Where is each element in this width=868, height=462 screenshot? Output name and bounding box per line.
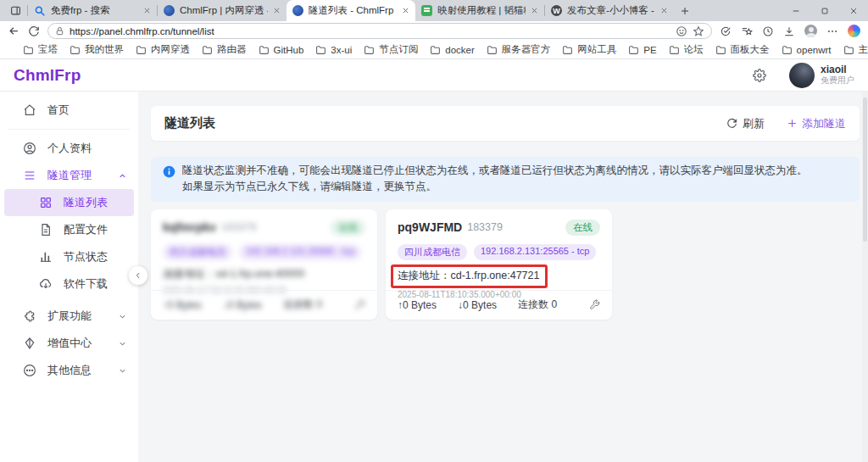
tab-search[interactable]: 免费frp - 搜索 — [28, 0, 157, 21]
browser-essentials-icon[interactable] — [720, 25, 732, 37]
chevron-down-icon — [118, 366, 127, 376]
folder-icon — [782, 45, 793, 55]
title-actions: 刷新 添加隧道 — [726, 116, 846, 131]
status-badge: 在线 — [331, 220, 365, 236]
bookmark-folder[interactable]: 服务器官方 — [481, 43, 557, 56]
bookmark-folder[interactable]: 宝塔 — [17, 43, 64, 56]
node-tag: 四川成都电信 — [398, 244, 467, 260]
feedback-smiley-icon[interactable] — [676, 25, 687, 37]
copilot-icon[interactable] — [848, 25, 860, 37]
tab-docs[interactable]: 映射使用教程 | 韬猫科技 | 文档 — [415, 0, 544, 21]
tab-actions-menu-button[interactable] — [3, 0, 27, 21]
toolbar-right-icons — [720, 25, 860, 37]
user-avatar[interactable] — [789, 63, 815, 88]
minimize-button[interactable] — [782, 0, 810, 21]
sidebar-item-software-download[interactable]: 软件下载 — [0, 270, 138, 298]
sidebar-item-label: 配置文件 — [64, 222, 127, 237]
bookmark-folder[interactable]: 面板大全 — [709, 43, 776, 56]
grid-icon — [39, 196, 53, 209]
bookmark-folder[interactable]: 论坛 — [663, 43, 709, 56]
new-tab-button[interactable] — [674, 0, 696, 21]
bookmark-folder[interactable]: docker — [424, 45, 481, 55]
close-tab-icon[interactable] — [143, 7, 151, 14]
bookmark-folder[interactable]: GitHub — [253, 45, 310, 55]
sidebar-item-profile[interactable]: 个人资料 — [0, 135, 138, 162]
bookmark-folder[interactable]: 路由器 — [196, 43, 253, 56]
notice-line-2: 如果显示为节点已永久下线，请编辑隧道，更换节点。 — [182, 179, 808, 195]
tab-chmlfrp-home[interactable]: ChmlFrp | 内网穿透 - 免费,高速,稳 — [158, 0, 287, 21]
bookmark-folder[interactable]: 主机测评 — [837, 43, 868, 56]
gear-icon[interactable] — [753, 69, 766, 82]
settings-more-icon[interactable] — [826, 25, 838, 37]
add-tunnel-label: 添加隧道 — [802, 116, 846, 131]
bookmark-label: 路由器 — [217, 43, 247, 56]
address-label: 连接地址： — [398, 270, 451, 281]
endpoint-tag: 192.168.2.131:25565 - tcp — [474, 244, 596, 260]
sidebar-item-home[interactable]: 首页 — [0, 97, 138, 124]
page-title: 隧道列表 — [164, 115, 215, 131]
sidebar-item-label: 个人资料 — [47, 141, 127, 156]
refresh-button[interactable] — [28, 25, 40, 37]
tunnel-card-pq9WJFMD[interactable]: pq9WJFMD 183379 在线 四川成都电信 192.168.2.131:… — [386, 209, 612, 320]
profile-avatar-icon[interactable] — [804, 25, 817, 37]
bookmark-folder[interactable]: 网站工具 — [556, 43, 622, 56]
person-icon — [23, 142, 36, 155]
notice-text: 隧道状态监测并不准确，可能会出现隧道已停止但状态为在线，或者隧道已运行但状态为离… — [182, 163, 808, 196]
bookmark-folder[interactable]: openwrt — [776, 45, 837, 55]
favorite-star-icon[interactable] — [693, 25, 704, 37]
downloads-icon[interactable] — [783, 25, 795, 37]
folder-icon — [562, 45, 573, 55]
download-bytes: ↓0 Bytes — [223, 299, 262, 311]
close-tab-icon[interactable] — [273, 7, 281, 14]
sidebar-collapse-button[interactable] — [129, 266, 147, 285]
address-bar[interactable]: https://panel.chmlfrp.cn/tunnel/list — [47, 23, 712, 39]
annotation-highlight-box: 连接地址：cd-1.frp.one:47721 — [391, 264, 548, 288]
close-tab-icon[interactable] — [531, 7, 538, 14]
close-tab-icon[interactable] — [660, 7, 668, 14]
sidebar-item-tunnel-list[interactable]: 隧道列表 — [4, 189, 134, 216]
bookmark-folder[interactable]: 内网穿透 — [130, 43, 196, 56]
sidebar-item-node-status[interactable]: 节点状态 — [0, 243, 138, 270]
tab-tunnel-list-active[interactable]: 隧道列表 - ChmlFrp — [287, 0, 415, 21]
refresh-tunnels-button[interactable]: 刷新 — [726, 116, 765, 131]
wrench-icon[interactable] — [354, 299, 365, 310]
info-icon — [163, 165, 175, 178]
folder-icon — [259, 45, 270, 55]
bookmark-folder[interactable]: 3x-ui — [309, 45, 358, 55]
sidebar-item-other-info[interactable]: 其他信息 — [0, 357, 138, 384]
bookmark-folder[interactable]: 我的世界 — [64, 43, 130, 56]
collections-icon[interactable] — [741, 25, 753, 37]
restore-button[interactable] — [810, 0, 839, 21]
sidebar-item-config-file[interactable]: 配置文件 — [0, 216, 138, 243]
user-info[interactable]: xiaoil 免费用户 — [821, 64, 854, 86]
tab-blog[interactable]: W 发布文章-小小博客 - 记录与学习 — [545, 0, 674, 21]
sidebar-item-tunnel-management[interactable]: 隧道管理 — [0, 162, 138, 189]
bookmark-folder[interactable]: 节点订阅 — [358, 43, 424, 56]
history-icon[interactable] — [762, 25, 774, 37]
endpoint-tag: 192.168.2.131:25565 - tcp — [239, 244, 361, 260]
sidebar-item-value-center[interactable]: 增值中心 — [0, 330, 138, 357]
refresh-label: 刷新 — [743, 116, 765, 131]
home-icon — [23, 103, 36, 117]
notice-line-1: 隧道状态监测并不准确，可能会出现隧道已停止但状态为在线，或者隧道已运行但状态为离… — [182, 163, 808, 179]
more-circle-icon — [23, 364, 36, 377]
chevron-down-icon — [118, 312, 127, 321]
close-tab-icon[interactable] — [402, 7, 409, 14]
tunnel-card-redacted[interactable]: kqfmrpkv 183378 在线 四川成都电信 192.168.2.131:… — [151, 209, 377, 320]
sidebar-item-label: 扩展功能 — [47, 309, 107, 324]
sidebar-item-extensions[interactable]: 扩展功能 — [0, 303, 138, 330]
app-logo[interactable]: ChmlFrp — [14, 66, 81, 85]
wrench-icon[interactable] — [589, 299, 600, 310]
bookmark-folder[interactable]: PE — [622, 45, 662, 55]
scrollbar-thumb[interactable] — [863, 97, 867, 242]
gem-icon — [23, 337, 36, 350]
status-badge: 在线 — [565, 220, 600, 236]
chmlfrp-favicon — [292, 5, 303, 16]
back-button[interactable] — [8, 25, 20, 37]
close-window-button[interactable] — [839, 0, 868, 21]
page-scrollbar[interactable] — [862, 59, 868, 462]
cloud-download-icon — [39, 277, 53, 291]
add-tunnel-button[interactable]: 添加隧道 — [787, 116, 846, 131]
sidebar-item-label: 隧道管理 — [47, 168, 107, 183]
tab-title: 免费frp - 搜索 — [51, 4, 138, 17]
